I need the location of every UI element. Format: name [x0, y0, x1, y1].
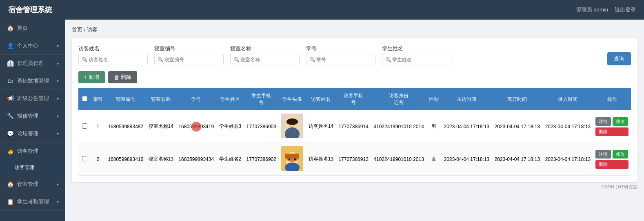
batch-delete-label: 删除: [121, 74, 131, 81]
batch-delete-button[interactable]: 🗑 删除: [108, 71, 137, 83]
sidebar-item-repair[interactable]: 🔧 报修管理 ▾: [0, 107, 65, 125]
row1-student-name: 学生姓名3: [216, 110, 244, 143]
visitor-icon: 🧑: [7, 147, 14, 155]
col-visitor-id: 访客身份证号: [371, 88, 426, 110]
col-visitor-phone: 访客手机号: [336, 88, 371, 110]
col-gender: 性别: [426, 88, 441, 110]
sidebar-item-visitor-mgmt[interactable]: 🧑 访客管理: [0, 143, 65, 160]
breadcrumb: 首页 / 访客: [72, 26, 637, 33]
chevron-down-icon-5: ▾: [57, 114, 59, 118]
sidebar-label-home: 首页: [17, 25, 28, 32]
table-row: 2 1680599893416 寝室名称13 1680599893434 学生姓…: [78, 143, 631, 176]
col-student-name: 学生姓名: [216, 88, 244, 110]
visitor-name-label: 访客姓名: [78, 45, 148, 52]
row1-gender: 男: [426, 110, 441, 143]
table-row: 1 1680599893482 寝室名称14 1680599893419 学生姓…: [78, 110, 631, 143]
sidebar-item-dorm[interactable]: 🏠 寝室管理 ▾: [0, 176, 65, 193]
svg-point-5: [294, 123, 295, 125]
chevron-down-icon-4: ▾: [57, 96, 59, 101]
dorm-id-input[interactable]: [154, 54, 224, 65]
row2-delete-button[interactable]: 删除: [595, 160, 628, 169]
dorm-name-label: 寝室名称: [230, 45, 300, 52]
row2-dorm-name: 寝室名称13: [146, 143, 176, 176]
sidebar-item-basic-data[interactable]: 🗂 基础数据管理 ▾: [0, 72, 65, 90]
repair-icon: 🔧: [7, 112, 14, 120]
row2-record-time: 2023-04-04 17:18:13: [542, 143, 593, 176]
attendance-icon: 📋: [7, 198, 14, 205]
student-name-label: 学生姓名: [382, 45, 451, 52]
row1-delete-button[interactable]: 删除: [595, 127, 628, 136]
row1-student-phone: 17707386903: [244, 110, 279, 143]
visitor-name-input[interactable]: [78, 54, 148, 65]
sidebar-label-basic: 基础数据管理: [17, 77, 49, 85]
admin-label: 管理员 admin: [576, 6, 608, 13]
sidebar-item-personal[interactable]: 👤 个人中心 ▾: [0, 37, 65, 55]
row2-checkbox[interactable]: [82, 156, 87, 161]
sidebar-label-notice: 班级公告管理: [17, 95, 49, 102]
search-icon-2: 🔍: [158, 57, 164, 63]
chevron-down-icon-2: ▾: [57, 61, 59, 66]
row1-dorm-id: 1680599893482: [105, 110, 146, 143]
row1-detail-button[interactable]: 详情: [595, 117, 611, 126]
row1-avatar: [281, 114, 303, 138]
row2-student-name: 学生姓名2: [216, 143, 244, 176]
sidebar-item-admin-mgmt[interactable]: 👔 管理员管理 ▾: [0, 55, 65, 72]
row2-dorm-id: 1680599893416: [105, 143, 146, 176]
notice-icon: 📢: [7, 95, 14, 102]
breadcrumb-separator: /: [84, 27, 86, 33]
data-table: 索引 寝室编号 寝室名称 学号 学生姓名 学生手机号 学生头像 访客姓名 访客手…: [78, 88, 631, 176]
dorm-icon: 🏠: [7, 181, 14, 188]
col-dorm-name: 寝室名称: [146, 88, 176, 110]
breadcrumb-home: 首页: [72, 27, 82, 33]
row1-checkbox[interactable]: [82, 123, 87, 129]
chevron-down-icon: ▾: [57, 44, 59, 48]
sidebar-label-attendance: 学生考勤管理: [17, 198, 49, 205]
row1-visitor-phone: 17707386914: [336, 110, 371, 143]
row2-leave-time: 2023-04-04 17:18:13: [492, 143, 542, 176]
search-icon-4: 🔍: [309, 57, 315, 63]
sidebar-item-visitor-sub[interactable]: 访客管理: [0, 160, 65, 176]
student-name-input[interactable]: [382, 54, 451, 65]
row1-visitor-name: 访客姓名14: [306, 110, 336, 143]
col-avatar: 学生头像: [279, 88, 306, 110]
col-student-phone: 学生手机号: [244, 88, 279, 110]
col-student-id: 学号: [176, 88, 216, 110]
row1-checkbox-cell: [78, 110, 91, 143]
row1-student-id: 1680599893419: [176, 110, 216, 143]
row2-edit-button[interactable]: 修改: [613, 150, 628, 158]
chevron-down-icon-3: ▾: [57, 79, 59, 83]
query-button[interactable]: 查询: [607, 52, 631, 65]
content-area: 首页 / 访客 访客姓名 🔍 寝室编号 🔍: [65, 20, 644, 221]
top-header: 宿舍管理系统 管理员 admin 退出登录: [0, 0, 644, 20]
sidebar-item-notice[interactable]: 📢 班级公告管理 ▾: [0, 90, 65, 107]
row1-index: 1: [91, 110, 105, 143]
dorm-id-field: 寝室编号 🔍: [154, 45, 224, 65]
row1-avatar-cell: [279, 110, 306, 143]
col-record-time: 录入时间: [542, 88, 593, 110]
breadcrumb-current: 访客: [87, 27, 98, 33]
row1-visitor-id: 41022419901010 2014: [371, 110, 426, 143]
col-dorm-id: 寝室编号: [105, 88, 146, 110]
student-id-field: 学号 🔍: [306, 45, 375, 65]
logout-button[interactable]: 退出登录: [615, 6, 636, 13]
sidebar-item-attendance[interactable]: 📋 学生考勤管理 ▾: [0, 193, 65, 211]
search-icon-3: 🔍: [233, 57, 240, 63]
student-id-input[interactable]: [306, 54, 375, 65]
chevron-down-icon-6: ▾: [57, 132, 59, 136]
row2-detail-button[interactable]: 详情: [595, 150, 611, 158]
row2-student-phone: 17707386902: [244, 143, 279, 176]
sidebar-item-forum[interactable]: 💬 论坛管理 ▾: [0, 125, 65, 143]
svg-point-3: [286, 118, 298, 125]
select-all-checkbox[interactable]: [82, 96, 87, 101]
sidebar-item-home[interactable]: 🏠 首页: [0, 20, 65, 37]
col-leave-time: 离开时间: [492, 88, 542, 110]
footer-note: CSDN @IT研究室: [72, 182, 637, 192]
student-id-label: 学号: [306, 45, 375, 52]
dorm-id-label: 寝室编号: [154, 45, 224, 52]
row2-actions: 详情 修改 删除: [593, 143, 631, 176]
row1-edit-button[interactable]: 修改: [613, 117, 628, 126]
col-visit-time: 来访时间: [441, 88, 492, 110]
dorm-name-input[interactable]: [230, 54, 300, 65]
add-button[interactable]: + 新增: [78, 71, 105, 83]
database-icon: 🗂: [7, 77, 14, 85]
